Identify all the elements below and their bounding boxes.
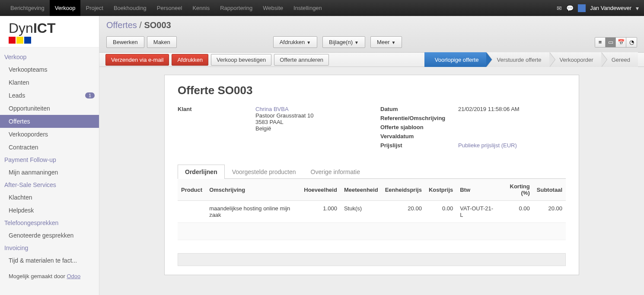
date-value: 21/02/2019 11:58:06 AM xyxy=(458,106,520,112)
cell xyxy=(178,201,206,223)
create-button[interactable]: Maken xyxy=(147,36,177,48)
nav-website[interactable]: Website xyxy=(258,0,288,16)
print-dropdown[interactable]: Afdrukken▼ xyxy=(273,36,317,48)
avatar[interactable] xyxy=(578,4,586,12)
sidebar-section: Payment Follow-up xyxy=(0,154,99,166)
cell: 0.00 xyxy=(497,201,533,223)
breadcrumb: Offertes / SO003 xyxy=(106,20,637,30)
col-header: Omschrijving xyxy=(206,179,300,201)
template-label: Offerte sjabloon xyxy=(380,124,458,130)
sidebar-item-opportuniteiten[interactable]: Opportuniteiten xyxy=(0,102,99,115)
badge: 1 xyxy=(85,92,95,98)
statusbar: Voorlopige offerteVerstuurde offerteVerk… xyxy=(424,52,638,67)
sidebar-item-klanten[interactable]: Klanten xyxy=(0,76,99,89)
col-header: Hoeveelheid xyxy=(300,179,341,201)
customer-link[interactable]: Chrina BVBA xyxy=(255,106,289,112)
sidebar-item-verkoopteams[interactable]: Verkoopteams xyxy=(0,63,99,76)
calendar-view-icon[interactable]: 📅 xyxy=(616,38,626,47)
nav-boekhouding[interactable]: Boekhouding xyxy=(108,0,152,16)
sidebar-section: Invoicing xyxy=(0,242,99,254)
cell: VAT-OUT-21-L xyxy=(456,201,497,223)
customer-country: België xyxy=(255,125,271,132)
nav-instellingen[interactable]: Instellingen xyxy=(288,0,327,16)
reference-label: Referentie/Omschrijving xyxy=(380,115,458,121)
sidebar-item-genoteerde-gesprekken[interactable]: Genoteerde gesprekken xyxy=(0,229,99,242)
sidebar-section: After-Sale Services xyxy=(0,179,99,191)
pricelist-link[interactable]: Publieke prijslijst (EUR) xyxy=(458,142,517,149)
logo: DynICT xyxy=(0,16,99,48)
cancel-quote-button[interactable]: Offerte annuleren xyxy=(274,54,329,66)
date-label: Datum xyxy=(380,106,458,112)
attachment-dropdown[interactable]: Bijlage(n)▼ xyxy=(322,36,365,48)
cell: maandelijkse hosting online mijn zaak xyxy=(206,201,300,223)
send-email-button[interactable]: Verzenden via e-mail xyxy=(105,54,169,66)
customer-address-line2: 3583 PAAL xyxy=(255,119,284,125)
record-title: Offerte SO003 xyxy=(178,84,566,97)
tab-2[interactable]: Overige informatie xyxy=(303,165,367,179)
top-navbar: BerichtgevingVerkoopProjectBoekhoudingPe… xyxy=(0,0,644,16)
nav-berichtgeving[interactable]: Berichtgeving xyxy=(5,0,50,16)
sidebar-item-leads[interactable]: Leads1 xyxy=(0,89,99,102)
pricelist-label: Prijslijst xyxy=(380,142,458,149)
stage-0[interactable]: Voorlopige offerte xyxy=(424,52,487,67)
sidebar-item-mijn-aanmaningen[interactable]: Mijn aanmaningen xyxy=(0,166,99,179)
sidebar-item-helpdesk[interactable]: Helpdesk xyxy=(0,204,99,217)
expiry-label: Vervaldatum xyxy=(380,133,458,140)
col-header: Btw xyxy=(456,179,497,201)
sidebar-item-verkooporders[interactable]: Verkooporders xyxy=(0,128,99,141)
messaging-icon[interactable]: ✉ xyxy=(557,5,562,12)
sidebar-item-contracten[interactable]: Contracten xyxy=(0,141,99,154)
stage-2[interactable]: Verkooporder xyxy=(549,52,601,67)
nav-verkoop[interactable]: Verkoop xyxy=(50,0,81,16)
edit-button[interactable]: Bewerken xyxy=(106,36,144,48)
totals-bar xyxy=(178,253,566,266)
breadcrumb-current: SO003 xyxy=(144,20,171,30)
username[interactable]: Jan Vandewever xyxy=(590,5,631,11)
nav-personeel[interactable]: Personeel xyxy=(152,0,188,16)
cell: 20.00 xyxy=(382,201,425,223)
nav-kennis[interactable]: Kennis xyxy=(187,0,215,16)
col-header: Eenheidsprijs xyxy=(382,179,425,201)
col-header: Subtotaal xyxy=(533,179,566,201)
powered-by: Mogelijk gemaakt door Odoo xyxy=(0,270,99,282)
table-row-empty[interactable] xyxy=(178,223,566,240)
sidebar-section: Verkoop xyxy=(0,51,99,63)
sidebar-item-klachten[interactable]: Klachten xyxy=(0,191,99,204)
form-sheet: Offerte SO003 Klant Chrina BVBA Pastoor … xyxy=(164,75,579,275)
confirm-sale-button[interactable]: Verkoop bevestigen xyxy=(211,54,271,66)
breadcrumb-root[interactable]: Offertes xyxy=(106,20,137,30)
list-view-icon[interactable]: ≡ xyxy=(595,38,606,47)
odoo-link[interactable]: Odoo xyxy=(67,273,80,279)
tab-1[interactable]: Voorgestelde producten xyxy=(225,165,303,179)
tab-0[interactable]: Orderlijnen xyxy=(178,165,225,179)
more-dropdown[interactable]: Meer▼ xyxy=(370,36,402,48)
customer-label: Klant xyxy=(178,106,255,132)
chat-icon[interactable]: 💬 xyxy=(566,5,574,12)
sidebar-item-offertes[interactable]: Offertes xyxy=(0,115,99,128)
user-menu-caret-icon[interactable]: ▾ xyxy=(636,5,639,12)
notebook-tabs: OrderlijnenVoorgestelde productenOverige… xyxy=(178,164,566,179)
col-header: Korting (%) xyxy=(497,179,533,201)
graph-view-icon[interactable]: ◔ xyxy=(626,38,637,47)
order-lines-table: ProductOmschrijvingHoeveelheidMeeteenhei… xyxy=(178,179,566,240)
print-button[interactable]: Afdrukken xyxy=(172,54,208,66)
view-switcher: ≡ ▭ 📅 ◔ xyxy=(595,37,637,48)
cell: 1.000 xyxy=(300,201,341,223)
cell: Stuk(s) xyxy=(341,201,382,223)
sidebar: VerkoopVerkoopteamsKlantenLeads1Opportun… xyxy=(0,48,99,270)
sidebar-item-tijd-&-materialen-te-fact...[interactable]: Tijd & materialen te fact... xyxy=(0,254,99,267)
stage-1[interactable]: Verstuurde offerte xyxy=(486,52,549,67)
customer-address-line1: Pastoor Grausstraat 10 xyxy=(255,112,313,119)
col-header: Product xyxy=(178,179,206,201)
table-row[interactable]: maandelijkse hosting online mijn zaak1.0… xyxy=(178,201,566,223)
nav-project[interactable]: Project xyxy=(80,0,108,16)
cell: 0.00 xyxy=(425,201,456,223)
col-header: Kostprijs xyxy=(425,179,456,201)
cell: 20.00 xyxy=(533,201,566,223)
nav-rapportering[interactable]: Rapportering xyxy=(215,0,258,16)
sidebar-section: Telefoongesprekken xyxy=(0,217,99,229)
col-header: Meeteenheid xyxy=(341,179,382,201)
form-view-icon[interactable]: ▭ xyxy=(606,38,616,47)
